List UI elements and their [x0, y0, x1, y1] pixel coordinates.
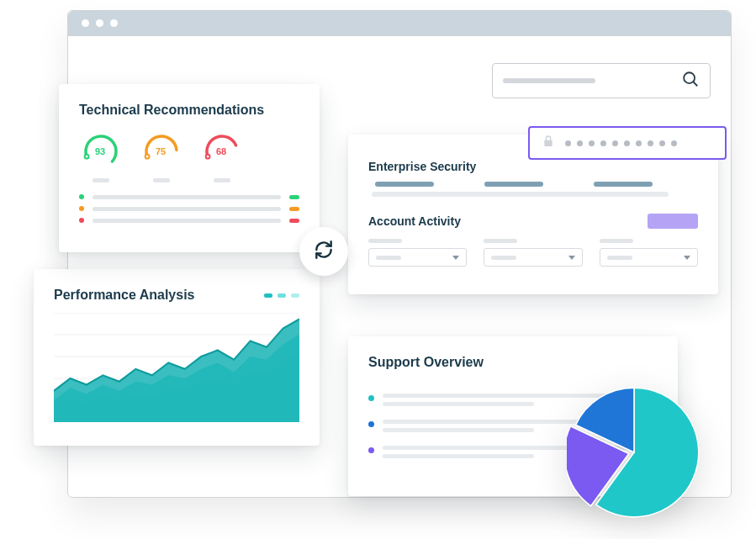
gauge: 68 [204, 133, 241, 182]
area-chart [54, 313, 299, 422]
chevron-down-icon [452, 256, 459, 260]
list-item [79, 194, 299, 199]
card-title: Technical Recommendations [79, 103, 299, 118]
chart-legend [264, 293, 299, 298]
gauge-value: 68 [216, 146, 226, 156]
gauge-row: 937568 [79, 133, 299, 182]
sync-button[interactable] [299, 227, 348, 276]
password-mask [565, 140, 677, 146]
search-placeholder-bar [503, 78, 595, 83]
browser-title-bar [68, 11, 731, 36]
gauge: 93 [82, 133, 119, 182]
card-technical-recommendations: Technical Recommendations 937568 [59, 84, 320, 252]
lock-icon [542, 135, 555, 151]
window-control-dot[interactable] [110, 19, 118, 27]
search-input[interactable] [492, 63, 711, 98]
password-field[interactable] [528, 126, 727, 160]
gauge-value: 75 [156, 146, 166, 156]
gauge: 75 [143, 133, 180, 182]
chevron-down-icon [684, 256, 690, 260]
svg-point-0 [684, 72, 695, 83]
section-title: Account Activity [368, 214, 461, 228]
pie-chart [567, 385, 701, 520]
section-title: Enterprise Security [368, 160, 698, 173]
list-item [79, 218, 299, 223]
svg-point-2 [85, 155, 89, 159]
filter-row [368, 239, 698, 267]
filter-dropdown[interactable] [484, 248, 582, 267]
svg-point-3 [145, 155, 150, 159]
table-row [372, 192, 669, 197]
window-control-dot[interactable] [82, 19, 89, 27]
filter-dropdown[interactable] [368, 248, 467, 267]
card-title: Support Overview [368, 355, 658, 370]
gauge-value: 93 [95, 146, 105, 156]
svg-point-4 [206, 155, 210, 159]
list-item [79, 206, 299, 211]
card-title: Performance Analysis [54, 288, 194, 303]
card-support-overview: Support Overview [348, 336, 678, 496]
filter-dropdown[interactable] [600, 248, 698, 267]
chevron-down-icon [568, 256, 575, 260]
table-header [368, 182, 698, 187]
window-control-dot[interactable] [96, 19, 103, 27]
search-icon[interactable] [681, 70, 700, 92]
recommendation-list [79, 194, 299, 223]
refresh-icon [313, 239, 335, 264]
svg-line-1 [693, 82, 697, 86]
activity-action-button[interactable] [648, 214, 698, 229]
card-performance-analysis: Performance Analysis [34, 269, 320, 446]
